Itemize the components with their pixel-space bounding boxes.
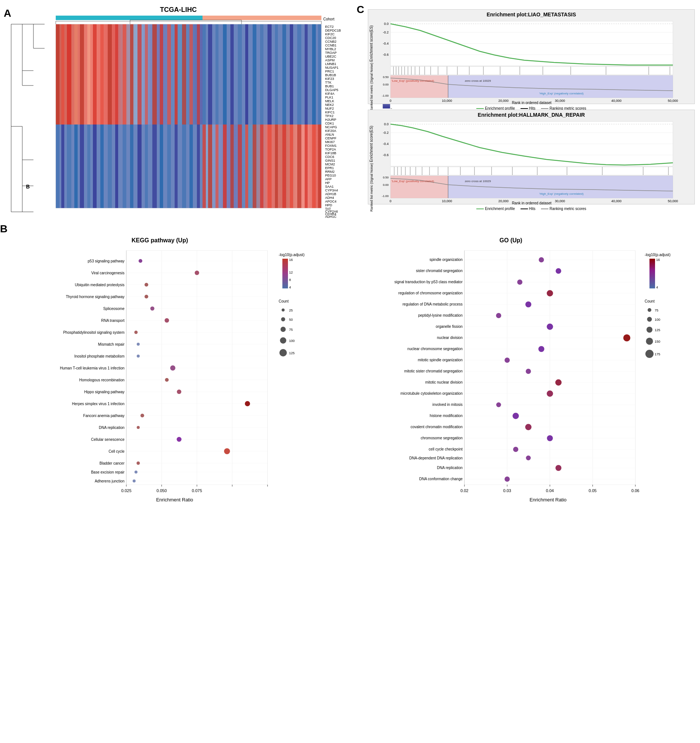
svg-rect-33	[93, 24, 97, 124]
svg-text:0: 0	[389, 99, 391, 102]
svg-point-432	[555, 379, 562, 386]
svg-rect-25	[56, 24, 202, 124]
svg-text:75: 75	[289, 328, 293, 332]
svg-text:BUB1: BUB1	[325, 84, 334, 88]
svg-text:0.03: 0.03	[503, 488, 511, 493]
svg-text:HP: HP	[325, 181, 330, 185]
svg-rect-43	[167, 24, 171, 124]
top-dendrogram	[56, 20, 321, 24]
svg-text:CDC6: CDC6	[325, 155, 334, 159]
svg-text:Rank in ordered dataset: Rank in ordered dataset	[512, 101, 552, 105]
svg-text:40,000: 40,000	[611, 199, 622, 203]
svg-text:40,000: 40,000	[611, 99, 622, 102]
svg-point-440	[555, 465, 561, 471]
panel-b-label: B	[0, 223, 7, 235]
svg-text:PRC1: PRC1	[325, 70, 334, 73]
svg-point-438	[513, 447, 518, 452]
svg-rect-48	[202, 24, 206, 124]
svg-point-329	[151, 306, 155, 311]
gsea1-svg: 0.0 -0.2 -0.4 -0.6 Enrichment score(ES)	[368, 19, 695, 104]
svg-point-336	[177, 389, 181, 394]
svg-text:25: 25	[289, 308, 293, 312]
panel-a-label: A	[4, 7, 11, 19]
svg-text:0.05: 0.05	[589, 488, 596, 493]
svg-text:125: 125	[655, 328, 660, 332]
svg-text:Bladder cancer: Bladder cancer	[100, 461, 125, 465]
svg-text:Homologous recombination: Homologous recombination	[79, 378, 124, 382]
svg-text:UBE2C: UBE2C	[325, 55, 337, 58]
svg-text:0.025: 0.025	[121, 488, 131, 493]
svg-text:'High_Exp' (negatively correla: 'High_Exp' (negatively correlated)	[539, 92, 583, 95]
svg-point-328	[145, 295, 148, 299]
svg-text:regulation of chromosome organ: regulation of chromosome organization	[398, 291, 462, 295]
svg-rect-27	[56, 24, 59, 124]
svg-point-335	[165, 378, 169, 382]
svg-point-338	[140, 414, 144, 417]
svg-point-449	[647, 317, 652, 322]
svg-rect-93	[238, 124, 242, 208]
b-marker-in-a: B	[26, 184, 30, 189]
svg-rect-38	[130, 24, 133, 124]
cohort-bar-label: Cohort	[323, 17, 334, 21]
svg-text:Cellular senescence: Cellular senescence	[91, 438, 124, 441]
svg-text:MKI67: MKI67	[325, 140, 335, 144]
svg-text:CCNB1: CCNB1	[325, 43, 337, 47]
svg-rect-75	[108, 124, 112, 208]
svg-point-441	[505, 477, 510, 482]
svg-point-332	[137, 343, 140, 346]
svg-point-352	[282, 308, 285, 311]
svg-text:0.50: 0.50	[383, 75, 388, 79]
svg-point-433	[547, 391, 553, 397]
svg-rect-68	[61, 124, 64, 208]
svg-text:-log10(p.adjust): -log10(p.adjust)	[279, 253, 304, 257]
kegg-title: KEGG pathway (Up)	[7, 234, 312, 247]
svg-rect-71	[80, 124, 84, 208]
svg-text:TPX2: TPX2	[325, 114, 334, 118]
svg-text:'Low_Exp' (positively correlat: 'Low_Exp' (positively correlated)	[391, 179, 434, 183]
svg-point-431	[526, 369, 531, 374]
svg-text:signal transduction by p53 cla: signal transduction by p53 class mediato…	[394, 280, 463, 284]
svg-point-340	[177, 437, 182, 442]
svg-rect-40	[145, 24, 148, 124]
svg-rect-61	[297, 24, 301, 124]
svg-rect-97	[267, 124, 272, 208]
svg-text:20,000: 20,000	[498, 99, 509, 102]
svg-text:MYBL2: MYBL2	[325, 47, 336, 51]
svg-rect-73	[93, 124, 97, 208]
svg-point-428	[623, 334, 631, 342]
svg-rect-32	[87, 24, 90, 124]
svg-text:30,000: 30,000	[555, 99, 565, 102]
svg-point-358	[280, 337, 286, 344]
svg-text:CENPF: CENPF	[325, 136, 337, 140]
svg-text:Enrichment score(ES): Enrichment score(ES)	[369, 126, 374, 162]
heatmap-title: TCGA-LIHC	[160, 6, 197, 13]
svg-text:4: 4	[656, 286, 658, 289]
svg-text:'Low_Exp' (positively correlat: 'Low_Exp' (positively correlated)	[391, 79, 434, 83]
svg-rect-34	[100, 24, 104, 124]
svg-text:microtubule cytoskeleton organ: microtubule cytoskeleton organization	[400, 391, 462, 395]
svg-text:Enrichment score(ES): Enrichment score(ES)	[369, 25, 374, 62]
svg-text:nuclear chromosome segregation: nuclear chromosome segregation	[408, 347, 462, 351]
svg-point-434	[496, 403, 501, 407]
svg-rect-89	[208, 124, 212, 208]
svg-text:Enrichment Ratio: Enrichment Ratio	[156, 497, 193, 503]
svg-text:0.06: 0.06	[631, 488, 639, 493]
svg-point-342	[137, 462, 140, 465]
svg-text:EPR1: EPR1	[325, 166, 334, 170]
svg-text:10,000: 10,000	[442, 199, 452, 203]
svg-text:PLK1: PLK1	[325, 96, 333, 99]
svg-text:0.00: 0.00	[383, 83, 388, 86]
gsea-plot-2: Enrichment plot:HALLMARK_DNA_REPAIR 0.0	[368, 110, 695, 204]
svg-rect-62	[305, 24, 308, 124]
gsea2-legend: Enrichment profile Hits Ranking metric s…	[368, 206, 694, 212]
svg-rect-85	[182, 124, 186, 208]
svg-text:SAA1: SAA1	[325, 185, 334, 188]
svg-rect-99	[282, 124, 286, 208]
svg-text:125: 125	[289, 351, 295, 355]
heatmap-svg: TCGA-LIHC	[0, 4, 353, 223]
svg-text:sister chromatid segregation: sister chromatid segregation	[416, 269, 462, 273]
svg-rect-58	[275, 24, 278, 124]
svg-rect-64	[318, 24, 321, 124]
svg-rect-49	[208, 24, 212, 124]
svg-rect-55	[253, 24, 256, 124]
